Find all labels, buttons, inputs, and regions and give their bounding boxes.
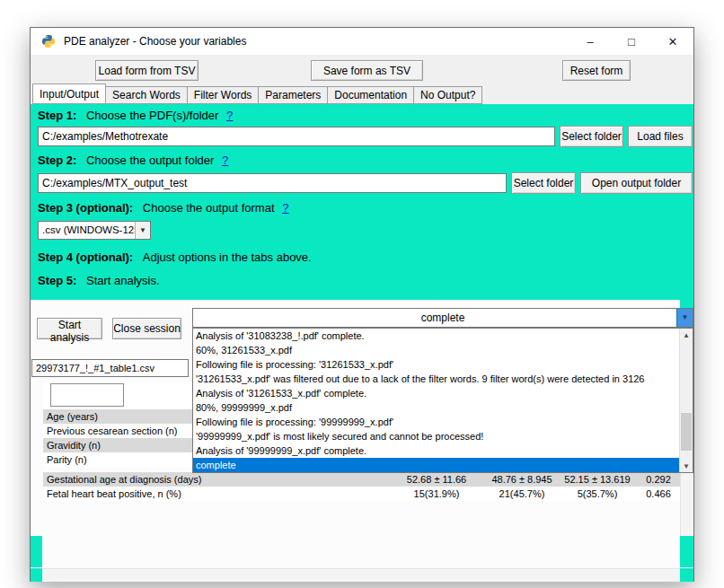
right-scrollbar-up-arrow[interactable] (680, 295, 693, 308)
step4-heading: Step 4 (optional): Adjust options in the… (38, 250, 312, 264)
step1-heading: Step 1: Choose the PDF(s)/folder ? (38, 109, 233, 122)
table-row[interactable]: Previous cesarean section (n) (43, 424, 192, 438)
app-window: PDE analyzer - Choose your variables – □… (30, 27, 694, 582)
select-pdf-folder-button[interactable]: Select folder (560, 126, 623, 147)
table-header-cell (50, 383, 124, 407)
close-session-button[interactable]: Close session (112, 318, 181, 339)
step1-help-link[interactable]: ? (226, 109, 233, 122)
right-scrollbar-down-arrow[interactable] (680, 568, 693, 582)
step2-text: Choose the output folder (86, 154, 214, 167)
row-value: 5(35.7%) (558, 487, 637, 501)
maximize-button[interactable]: □ (611, 28, 652, 55)
reset-form-button[interactable]: Reset form (562, 60, 631, 81)
open-output-folder-button[interactable]: Open output folder (580, 172, 693, 194)
table-row[interactable]: Gestational age at diagnosis (days) 52.6… (43, 472, 680, 487)
step1-label: Step 1: (38, 109, 76, 122)
chevron-down-icon[interactable]: ▼ (676, 309, 693, 327)
dropdown-scrollbar-thumb[interactable] (681, 413, 692, 451)
step3-heading: Step 3 (optional): Choose the output for… (38, 201, 288, 215)
step3-help-link[interactable]: ? (282, 201, 288, 215)
table-row[interactable]: Parity (n) (43, 452, 192, 467)
start-analysis-button[interactable]: Start analysis (37, 318, 102, 339)
log-item[interactable]: Analysis of '31083238_!.pdf' complete. (193, 329, 679, 343)
tab-filter-words[interactable]: Filter Words (188, 86, 259, 104)
pdf-path-input[interactable] (38, 127, 555, 146)
step5-heading: Step 5: Start analysis. (38, 274, 160, 287)
step4-text: Adjust options in the tabs above. (143, 250, 312, 264)
row-value: 0.466 (637, 487, 680, 501)
right-scrollbar-thumb[interactable] (680, 536, 693, 567)
window-controls: – □ ✕ (569, 28, 693, 55)
status-log-dropdown: Analysis of '31083238_!.pdf' complete. 6… (192, 328, 693, 473)
scroll-down-icon[interactable]: ▼ (680, 460, 693, 472)
table-row[interactable]: Fetal heart beat positive, n (%) 15(31.9… (43, 487, 680, 501)
log-item[interactable]: 60%, 31261533_x.pdf (193, 343, 679, 357)
tab-no-output[interactable]: No Output? (414, 86, 482, 104)
table-row[interactable]: Gravidity (n) (43, 438, 192, 452)
status-log-value: complete (421, 312, 465, 324)
load-form-button[interactable]: Load form from TSV (95, 60, 199, 81)
left-scrollbar-thumb[interactable] (31, 536, 42, 567)
log-item[interactable]: '31261533_x.pdf' was filtered out due to… (193, 372, 679, 386)
tab-documentation[interactable]: Documentation (328, 86, 414, 104)
row-value: 52.68 ± 11.66 (387, 472, 486, 487)
close-button[interactable]: ✕ (652, 28, 693, 55)
save-form-button[interactable]: Save form as TSV (311, 60, 423, 81)
status-log-select[interactable]: complete ▼ (192, 308, 693, 328)
step2-heading: Step 2: Choose the output folder ? (38, 154, 228, 167)
scroll-up-icon[interactable]: ▲ (680, 329, 693, 341)
row-label: Fetal heart beat positive, n (%) (43, 487, 387, 501)
chevron-down-icon: ▼ (135, 222, 150, 239)
output-path-input[interactable] (38, 173, 507, 193)
log-item[interactable]: '99999999_x.pdf' is most likely secured … (193, 429, 679, 443)
step3-text: Choose the output format (143, 201, 275, 215)
row-value: 48.76 ± 8.945 (486, 472, 558, 487)
row-value: 21(45.7%) (486, 487, 558, 501)
input-output-panel: Step 1: Choose the PDF(s)/folder ? Selec… (31, 104, 693, 300)
row-value: 52.15 ± 13.619 (558, 472, 637, 487)
table-row[interactable]: Age (years) (43, 409, 192, 424)
output-file-input[interactable] (31, 359, 189, 377)
minimize-button[interactable]: – (569, 28, 611, 55)
step4-label: Step 4 (optional): (38, 250, 133, 264)
window-title: PDE analyzer - Choose your variables (64, 35, 246, 48)
output-format-select[interactable]: .csv (WINDOWS-1252) ▼ (38, 221, 151, 240)
row-value: 15(31.9%) (387, 487, 486, 501)
tab-search-words[interactable]: Search Words (106, 86, 188, 104)
step2-label: Step 2: (38, 154, 76, 167)
log-item[interactable]: Analysis of '31261533_x.pdf' complete. (193, 386, 679, 400)
step2-help-link[interactable]: ? (222, 154, 228, 167)
bottom-scrollbar-track[interactable] (42, 568, 680, 582)
titlebar: PDE analyzer - Choose your variables – □… (31, 28, 693, 55)
dropdown-scrollbar[interactable]: ▲ ▼ (679, 329, 693, 472)
load-files-button[interactable]: Load files (628, 126, 693, 147)
log-item[interactable]: Following file is processing: '31261533_… (193, 357, 679, 372)
step3-label: Step 3 (optional): (38, 201, 133, 215)
select-output-folder-button[interactable]: Select folder (511, 172, 576, 194)
tab-bar: Input/Output Search Words Filter Words P… (32, 83, 482, 104)
row-label: Gestational age at diagnosis (days) (43, 472, 387, 487)
log-item-selected[interactable]: complete (193, 458, 679, 472)
row-value: 0.292 (637, 472, 680, 487)
step5-label: Step 5: (38, 274, 76, 287)
python-logo-icon (41, 34, 56, 48)
tab-parameters[interactable]: Parameters (259, 86, 328, 104)
tab-input-output[interactable]: Input/Output (32, 83, 106, 104)
step1-text: Choose the PDF(s)/folder (86, 109, 218, 122)
log-item[interactable]: Following file is processing: '99999999_… (193, 415, 679, 429)
log-item[interactable]: Analysis of '99999999_x.pdf' complete. (193, 443, 679, 458)
output-format-value: .csv (WINDOWS-1252) (42, 224, 149, 235)
step5-text: Start analysis. (86, 274, 160, 287)
bottom-scrollbar-left-arrow[interactable] (31, 568, 42, 582)
log-item[interactable]: 80%, 99999999_x.pdf (193, 400, 679, 415)
